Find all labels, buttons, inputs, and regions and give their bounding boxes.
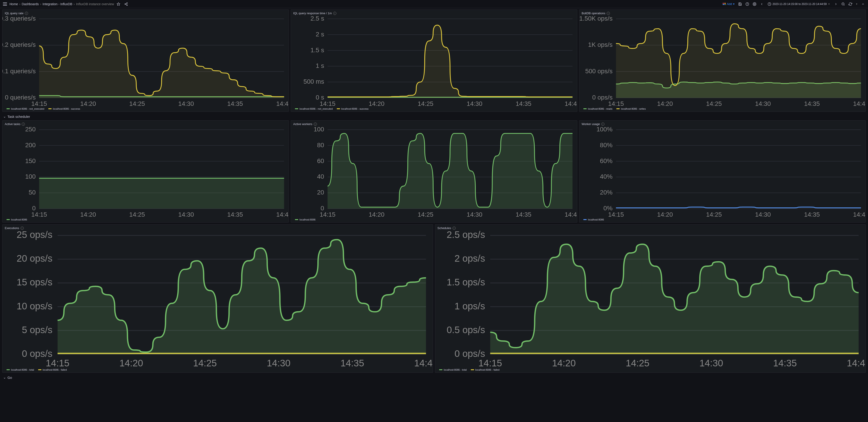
legend-item[interactable]: localhost:8086 - reads [583,108,612,110]
svg-text:14:25: 14:25 [418,100,434,107]
panel-chart[interactable]: 0 ops/s0.5 ops/s1 ops/s1.5 ops/s2 ops/s2… [435,230,866,368]
refresh-interval-button[interactable]: ▼ [855,1,859,7]
panel-header[interactable]: Executions i [2,225,433,230]
svg-text:14:35: 14:35 [773,358,797,368]
svg-text:14:15: 14:15 [608,211,624,218]
svg-line-5 [126,4,127,5]
panel-header[interactable]: Schedules i [435,225,866,230]
svg-text:0.5 ops/s: 0.5 ops/s [447,325,485,335]
menu-toggle[interactable] [2,1,8,7]
settings-button[interactable] [751,1,758,7]
info-icon[interactable]: i [21,227,24,230]
svg-text:0 ops/s: 0 ops/s [22,348,53,359]
svg-text:0 ops/s: 0 ops/s [592,94,613,101]
svg-text:1.5 s: 1.5 s [310,47,324,54]
panel-chart[interactable]: 0 ops/s500 ops/s1K ops/s1.50K ops/s14:15… [579,16,866,107]
panel-header[interactable]: BoltDB operations i [579,11,866,16]
svg-text:25 ops/s: 25 ops/s [17,230,53,240]
panel-chart[interactable]: 02040608010014:1514:2014:2514:3014:3514:… [291,126,577,218]
save-button[interactable] [737,1,743,7]
legend-item[interactable]: localhost:8086 - writes [616,108,646,110]
panel-chart[interactable]: 0 ops/s5 ops/s10 ops/s15 ops/s20 ops/s25… [2,230,433,368]
panel-legend: localhost:8086 - totallocalhost:8086 - f… [435,368,866,371]
dashboard-content: IQL query rate i 0 queries/s0.1 queries/… [0,8,868,384]
legend-item[interactable]: localhost:8086 - not_executed [6,108,44,110]
legend-item[interactable]: localhost:8086 - not_executed [295,108,333,110]
legend-item[interactable]: localhost:8086 - failed [471,368,500,371]
svg-line-16 [844,5,844,5]
zoom-out-button[interactable] [840,1,846,7]
info-icon[interactable]: i [453,227,456,230]
legend-item[interactable]: localhost:8086 [583,218,604,221]
legend-swatch [38,369,41,370]
svg-text:2 s: 2 s [316,31,324,38]
svg-text:0.2 queries/s: 0.2 queries/s [2,41,36,48]
favorite-button[interactable] [115,1,122,7]
info-icon[interactable]: i [314,123,317,126]
kiosk-button[interactable] [860,1,866,7]
time-back-button[interactable] [758,1,765,7]
svg-text:14:25: 14:25 [626,358,649,368]
refresh-button[interactable] [847,1,854,7]
info-icon[interactable]: i [25,12,28,15]
svg-text:14:25: 14:25 [418,211,434,218]
svg-text:14:25: 14:25 [706,211,722,218]
svg-text:14:35: 14:35 [227,100,243,107]
svg-text:80%: 80% [600,142,613,149]
add-panel-icon [723,3,726,5]
breadcrumb-dashboards[interactable]: Dashboards [22,2,39,6]
svg-text:14:15: 14:15 [46,358,69,368]
section-task-scheduler[interactable]: ⌄ Task scheduler [2,114,866,119]
svg-text:0: 0 [320,205,324,212]
info-icon[interactable]: i [22,123,25,126]
panel-schedules: Schedules i 0 ops/s0.5 ops/s1 ops/s1.5 o… [435,224,866,373]
panel-chart[interactable]: 05010015020025014:1514:2014:2514:3014:35… [2,126,289,218]
panel-chart[interactable]: 0%20%40%60%80%100%14:1514:2014:2514:3014… [579,126,866,218]
svg-text:14:25: 14:25 [193,358,217,368]
svg-text:14:15: 14:15 [320,211,336,218]
refresh-icon [848,2,852,6]
clock-icon [768,2,771,6]
panel-title: Active workers [293,122,312,126]
svg-text:20: 20 [317,189,324,196]
breadcrumb-current: InfluxDB instance overview [76,2,114,6]
svg-text:1.5 ops/s: 1.5 ops/s [447,277,485,288]
breadcrumb-folder[interactable]: Integration - InfluxDB [42,2,72,6]
legend-item[interactable]: localhost:8086 - success [49,108,80,110]
legend-item[interactable]: localhost:8086 - total [6,368,34,371]
dashboard-insights-button[interactable] [744,1,750,7]
time-forward-button[interactable] [833,1,839,7]
svg-text:20%: 20% [600,189,613,196]
svg-point-1 [127,2,127,3]
panel-header[interactable]: IQL query response time / 1m i [291,11,577,16]
info-icon[interactable]: i [607,12,610,15]
breadcrumb-home[interactable]: Home [9,2,18,6]
svg-text:1 s: 1 s [316,62,324,69]
svg-text:14:30: 14:30 [755,100,771,107]
share-button[interactable] [123,1,129,7]
panel-header[interactable]: Active tasks i [2,121,289,126]
timerange-button[interactable]: 2023-11-20 14:15:00 to 2023-11-20 14:44:… [766,1,832,7]
legend-item[interactable]: localhost:8086 - failed [38,368,67,371]
svg-text:14:30: 14:30 [467,100,483,107]
panel-chart[interactable]: 0 queries/s0.1 queries/s0.2 queries/s0.3… [2,16,289,107]
add-panel-button[interactable]: Add ▾ [721,1,736,6]
panel-header[interactable]: IQL query rate i [2,11,289,16]
svg-rect-6 [723,3,724,4]
panel-header[interactable]: Worker usage i [579,121,866,126]
panel-title: Schedules [437,227,451,230]
info-icon[interactable]: i [333,12,336,15]
panel-header[interactable]: Active workers i [291,121,577,126]
panel-active_tasks: Active tasks i 05010015020025014:1514:20… [2,120,289,222]
legend-item[interactable]: localhost:8086 - success [337,108,368,110]
legend-item[interactable]: localhost:8086 [295,218,315,221]
svg-text:14:20: 14:20 [552,358,576,368]
panel-chart[interactable]: 0 s500 ms1 s1.5 s2 s2.5 s14:1514:2014:25… [291,16,577,107]
svg-rect-8 [723,4,725,5]
legend-item[interactable]: localhost:8086 - total [439,368,467,371]
section-go[interactable]: ⌄ Go [2,374,866,381]
info-icon[interactable]: i [601,123,604,126]
svg-text:50: 50 [29,189,36,196]
legend-item[interactable]: localhost:8086 [6,218,27,221]
svg-text:14:25: 14:25 [129,100,145,107]
